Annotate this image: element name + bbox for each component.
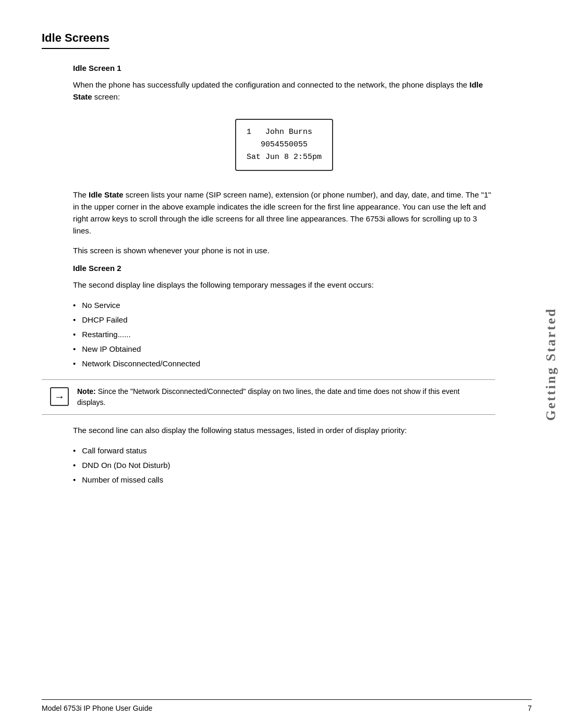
- main-content: Idle Screens Idle Screen 1 When the phon…: [42, 31, 495, 487]
- note-label: Note:: [77, 387, 96, 396]
- sidebar-text-wrapper: Getting Started: [543, 104, 559, 624]
- list-item: DND On (Do Not Disturb): [73, 458, 495, 473]
- idle-screen-2-content: The second display line displays the fol…: [73, 279, 495, 291]
- idle-state-description: The Idle State screen lists your name (S…: [73, 189, 495, 237]
- sidebar-label: Getting Started: [543, 307, 559, 421]
- list-item: Restarting......: [73, 327, 495, 342]
- note-box: → Note: Since the "Network Disconnected/…: [42, 379, 495, 415]
- note-text: Note: Since the "Network Disconnected/Co…: [77, 386, 487, 408]
- list-item: Network Disconnected/Connected: [73, 356, 495, 371]
- phone-display-line1: 1 John Burns: [247, 126, 322, 139]
- phone-display-line2: 9054550055: [247, 139, 322, 151]
- footer: Model 6753i IP Phone User Guide 7: [42, 699, 532, 712]
- note-arrow-icon: →: [50, 387, 69, 406]
- phone-display-name: John Burns: [265, 128, 312, 137]
- idle-screen-2-heading: Idle Screen 2: [73, 264, 495, 273]
- shown-paragraph: This screen is shown whenever your phone…: [73, 244, 495, 256]
- phone-line-number: 1: [247, 128, 251, 137]
- idle-state-bold-2: Idle State: [89, 190, 124, 199]
- idle-screen-1-intro: When the phone has successfully updated …: [73, 79, 495, 103]
- list-item: Number of missed calls: [73, 473, 495, 487]
- second-line-block: The second line can also display the fol…: [73, 424, 495, 436]
- footer-left: Model 6753i IP Phone User Guide: [42, 704, 152, 712]
- status-messages-list: Call forward status DND On (Do Not Distu…: [73, 443, 495, 487]
- note-content: Since the "Network Disconnected/Connecte…: [77, 387, 460, 406]
- list-item: DHCP Failed: [73, 313, 495, 327]
- phone-display-wrapper: 1 John Burns 9054550055 Sat Jun 8 2:55pm: [73, 110, 495, 179]
- idle-screen-2-intro: The second display line displays the fol…: [73, 279, 495, 291]
- list-item: No Service: [73, 298, 495, 313]
- second-line-intro: The second line can also display the fol…: [73, 424, 495, 436]
- page-heading: Idle Screens: [42, 31, 109, 49]
- list-item: Call forward status: [73, 443, 495, 458]
- idle-screen-1-content: When the phone has successfully updated …: [73, 79, 495, 256]
- temporary-messages-list: No Service DHCP Failed Restarting...... …: [73, 298, 495, 371]
- phone-display: 1 John Burns 9054550055 Sat Jun 8 2:55pm: [235, 119, 333, 171]
- phone-display-line3: Sat Jun 8 2:55pm: [247, 151, 322, 164]
- footer-page-number: 7: [528, 704, 532, 712]
- page-container: Idle Screens Idle Screen 1 When the phon…: [0, 0, 563, 728]
- list-item: New IP Obtained: [73, 342, 495, 356]
- idle-screen-1-heading: Idle Screen 1: [73, 64, 495, 72]
